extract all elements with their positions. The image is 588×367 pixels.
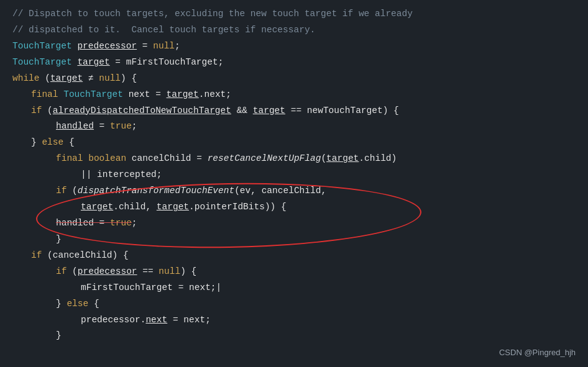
token-var: target xyxy=(253,104,285,119)
token-kw: final xyxy=(31,88,58,102)
token-var: next xyxy=(183,313,205,328)
token-var: target xyxy=(326,152,359,166)
token-var: alreadyDispatchedToNewTouchTarget xyxy=(53,104,231,119)
token-kw: if xyxy=(56,265,67,279)
comment-text: // dispatched to it. Cancel touch target… xyxy=(12,23,315,38)
token-type: TouchTarget xyxy=(63,88,123,102)
token-field: next xyxy=(204,88,226,102)
code-line: predecessor.next = next; xyxy=(0,312,588,328)
cursor: | xyxy=(216,281,222,296)
token-kw: while xyxy=(12,71,40,86)
token-method: dispatchTransformedTouchEvent xyxy=(78,184,234,199)
code-line: handled = true; xyxy=(0,119,588,135)
token-kw: else xyxy=(67,297,88,312)
token-kw: if xyxy=(31,104,42,119)
code-line: } else { xyxy=(0,135,588,151)
code-line: while (target ≠ null) { xyxy=(0,71,588,87)
code-view: // Dispatch to touch targets, excluding … xyxy=(0,0,588,367)
code-line: if (alreadyDispatchedToNewTouchTarget &&… xyxy=(0,103,588,119)
code-line: if (dispatchTransformedTouchEvent(ev, ca… xyxy=(0,183,588,199)
token-field: child xyxy=(364,152,392,166)
token-null: null xyxy=(158,265,180,279)
token-kw: else xyxy=(42,135,63,150)
token-var: handled xyxy=(56,216,94,231)
token-type: TouchTarget xyxy=(12,39,72,54)
token-null: null xyxy=(99,71,121,86)
token-var: mFirstTouchTarget xyxy=(81,281,173,296)
code-line: // dispatched to it. Cancel touch target… xyxy=(0,22,588,39)
code-line: final boolean cancelChild = resetCancelN… xyxy=(0,151,588,167)
code-line: // Dispatch to touch targets, excluding … xyxy=(0,6,588,22)
token-var: target xyxy=(50,71,83,86)
token-var: cancelChild xyxy=(132,152,191,166)
token-kw: final xyxy=(56,152,83,166)
code-line: if (cancelChild) { xyxy=(0,248,588,264)
comment-text: // Dispatch to touch targets, excluding … xyxy=(12,7,413,22)
token-field: child xyxy=(119,200,146,215)
token-method: resetCancelNextUpFlag xyxy=(208,152,321,166)
token-null: null xyxy=(153,39,175,54)
code-line: mFirstTouchTarget = next;| xyxy=(0,280,588,296)
token-var: cancelChild xyxy=(262,184,321,199)
token-var: ev xyxy=(240,184,250,199)
token-type: boolean xyxy=(88,152,126,166)
token-var: predecessor xyxy=(78,265,137,279)
token-var: next xyxy=(129,88,150,102)
token-var: target xyxy=(81,200,113,215)
token-val: mFirstTouchTarget xyxy=(126,55,218,70)
code-line: target.child, target.pointerIdBits)) { xyxy=(0,199,588,215)
token-kw: if xyxy=(31,248,42,263)
code-line: handled = true; xyxy=(0,215,588,232)
code-line: TouchTarget target = mFirstTouchTarget; xyxy=(0,55,588,71)
token-bool: true xyxy=(110,119,132,134)
token-var: target xyxy=(77,55,109,70)
token-var: cancelChild xyxy=(53,248,113,263)
code-line: || intercepted; xyxy=(0,167,588,183)
code-line: } else { xyxy=(0,296,588,312)
code-line: final TouchTarget next = target.next; xyxy=(0,87,588,103)
token-var: target xyxy=(167,88,199,102)
token-var: target xyxy=(157,200,189,215)
token-field: pointerIdBits xyxy=(195,200,265,215)
token-field: next xyxy=(145,313,167,328)
code-line: } xyxy=(0,328,588,344)
token-var: newTouchTarget xyxy=(307,104,383,119)
token-var: handled xyxy=(56,119,94,134)
code-line: TouchTarget predecessor = null; xyxy=(0,39,588,55)
token-var: next xyxy=(189,281,211,296)
watermark: CSDN @Pingred_hjh xyxy=(499,348,576,357)
token-var: predecessor xyxy=(81,313,140,328)
token-type: TouchTarget xyxy=(12,55,72,70)
code-line: if (predecessor == null) { xyxy=(0,264,588,280)
token-bool: true xyxy=(110,216,132,231)
token-var: predecessor xyxy=(77,39,137,54)
token-kw: if xyxy=(56,184,67,199)
token-var: intercepted xyxy=(97,168,157,183)
code-line: } xyxy=(0,232,588,248)
